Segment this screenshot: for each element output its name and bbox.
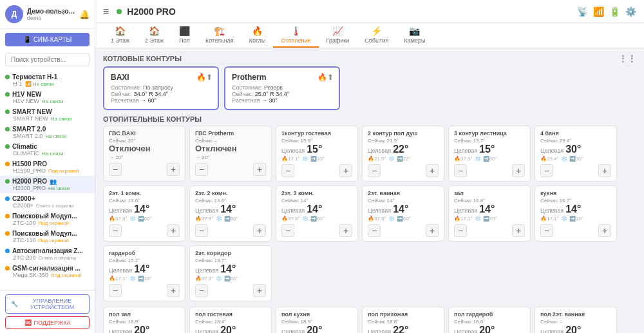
zone-plus-button[interactable]: +: [512, 164, 525, 177]
boiler-row: BAXI 🔥⬆ Состояние: По запросу Сейчас: 34…: [103, 66, 636, 110]
zone-pol-gostevaya: пол гостевая Сейчас 18.4° Целевая 20° 💧1…: [189, 307, 272, 333]
tab-floor[interactable]: ⬛ Пол: [171, 23, 198, 48]
sidebar-item-ztc100[interactable]: Поисковый Модул... ZTC-100 Под охраной: [0, 211, 95, 228]
zone-2et-3komnata: 2эт. 3 комн. Сейчас 14° Целевая 14° 🔥37.…: [276, 186, 358, 242]
user-info: Демо-пользовате... demo: [27, 8, 75, 21]
floor2-icon: 🏠: [149, 26, 160, 36]
zone-plus-button[interactable]: +: [339, 164, 352, 177]
heating-icon: 🌡️: [290, 26, 301, 36]
zone-plus-button[interactable]: +: [512, 224, 525, 237]
zone-plus-button[interactable]: +: [598, 164, 611, 177]
zone-2et-1komnata: 2эт. 1 комн. Сейчас 13.6° Целевая 14° 🔥3…: [103, 186, 185, 242]
user-role: demo: [27, 15, 75, 21]
settings-icon[interactable]: ⚙️: [625, 6, 636, 17]
heating-section-title: ОТОПИТЕЛЬНЫЕ КОНТУРЫ: [103, 115, 636, 123]
sidebar-item-ztc200[interactable]: Автосигнализация Z... ZTC-200 Снято с ох…: [0, 245, 95, 263]
zone-minus-button[interactable]: −: [281, 164, 294, 177]
sidebar-item-termostat[interactable]: Термостат Н-1 Н-1📶 На связи: [0, 71, 95, 89]
zone-minus-button[interactable]: −: [281, 224, 294, 237]
zone-minus-button[interactable]: −: [195, 284, 208, 297]
zone-minus-button[interactable]: −: [454, 164, 467, 177]
sidebar-header: Д Демо-пользовате... demo 🔔: [0, 0, 95, 29]
manage-device-button[interactable]: 🔧 УПРАВЛЕНИЕ УСТРОЙСТВОМ: [5, 294, 90, 314]
boiler-settings-icon[interactable]: ⋮⋮: [618, 53, 636, 64]
status-dot: [5, 75, 10, 79]
menu-icon[interactable]: ≡: [103, 6, 109, 17]
zone-plus-button[interactable]: +: [426, 164, 439, 177]
sidebar-item-smart-new[interactable]: SMART NEW SMART NEW На связи: [0, 106, 95, 124]
zone-plus-button[interactable]: +: [426, 224, 439, 237]
content-area: КОТЛОВЫЕ КОНТУРЫ ⋮⋮ BAXI 🔥⬆ Состояние: П…: [95, 48, 644, 333]
zone-minus-button[interactable]: −: [454, 224, 467, 237]
boiler-card-baxi: BAXI 🔥⬆ Состояние: По запросу Сейчас: 34…: [103, 66, 219, 110]
floor-section: пол зал Сейчас 18.9° Целевая 20° 💧16.9°➡…: [103, 307, 636, 333]
tab-floor2[interactable]: 🏠 2 Этаж: [137, 23, 171, 48]
sidebar-item-h1500[interactable]: H1500 PRO H1500_PRO Под охраной: [0, 158, 95, 176]
zone-minus-button[interactable]: −: [195, 163, 208, 176]
zone-1kontur: 1контур гостевая Сейчас 15.9° Целевая 15…: [276, 126, 358, 182]
zone-plus-button[interactable]: +: [167, 224, 180, 237]
zone-minus-button[interactable]: −: [368, 224, 381, 237]
zone-plus-button[interactable]: +: [339, 224, 352, 237]
sidebar-item-h2000[interactable]: H2000 PRO👥 H2000_PRO На связи: [0, 176, 95, 193]
tab-cameras[interactable]: 📷 Камеры: [396, 23, 433, 48]
search-input[interactable]: [5, 53, 90, 66]
zone-pol-zal: пол зал Сейчас 18.9° Целевая 20° 💧16.9°➡…: [103, 307, 185, 333]
boiler-card-protherm: Protherm 🔥⬆ Состояние: Резерв Сейчас: 25…: [224, 66, 340, 110]
zone-plus-button[interactable]: +: [167, 163, 180, 176]
boiler-fire-icon: 🔥⬆: [196, 73, 213, 82]
events-icon: ⚡: [371, 26, 382, 36]
topbar-title: H2000 PRO: [127, 6, 175, 17]
zone-pol-kukhnya: пол кухня Сейчас 18.9° Целевая 20° 💧15.8…: [276, 307, 358, 333]
heating-zones-grid: ГВС BAXI Сейчас 32° Отключен → 20° − + Г…: [103, 126, 636, 301]
zone-pol-prikhojaya: пол прихожая Сейчас 18.8° Целевая 22° 💧1…: [362, 307, 444, 333]
zone-plus-button[interactable]: +: [253, 163, 266, 176]
zone-2et-vannaya: 2эт. ванная Сейчас 14° Целевая 14° 🔥37.9…: [362, 186, 444, 242]
wifi-icon: 📶: [593, 6, 604, 17]
boiler-section: КОТЛОВЫЕ КОНТУРЫ ⋮⋮ BAXI 🔥⬆ Состояние: П…: [103, 53, 636, 110]
zone-kukhnya: кухня Сейчас 16.7° Целевая 14° 🔥17.1°❄️➡…: [535, 186, 617, 242]
tab-boilerroom[interactable]: 🏗️ Котельная: [198, 23, 242, 48]
zone-2et-2komnata: 2эт. 2 комн. Сейчас 13.6° Целевая 14° 🔥3…: [189, 186, 272, 242]
avatar: Д: [5, 5, 23, 23]
sim-cards-button[interactable]: 📱 СИМ-КАРТЫ: [5, 33, 90, 46]
topbar-icons: 📡 📶 🔋 ⚙️: [577, 6, 636, 17]
sidebar-item-mega[interactable]: GSM-сигнализация ... Mega SK-350 Под охр…: [0, 263, 95, 280]
sidebar: Д Демо-пользовате... demo 🔔 📱 СИМ-КАРТЫ …: [0, 0, 95, 333]
heating-section: ОТОПИТЕЛЬНЫЕ КОНТУРЫ ГВС BAXI Сейчас 32°…: [103, 115, 636, 301]
tab-events[interactable]: ⚡ События: [357, 23, 396, 48]
sidebar-item-climatic[interactable]: Climatic CLIMATIC На связи: [0, 141, 95, 158]
cameras-icon: 📷: [409, 26, 420, 36]
bell-icon[interactable]: 🔔: [79, 10, 90, 19]
zone-minus-button[interactable]: −: [109, 224, 122, 237]
zone-minus-button[interactable]: −: [109, 284, 122, 297]
charts-icon: 📈: [332, 26, 343, 36]
sidebar-item-h1v[interactable]: H1V NEW H1V NEW На связи: [0, 89, 95, 106]
sidebar-item-smart2[interactable]: SMART 2.0 SMART 2.0 На связи: [0, 124, 95, 141]
zone-minus-button[interactable]: −: [368, 164, 381, 177]
zone-zal: зал Сейчас 16.8° Целевая 14° 🔥17.1°❄️➡️1…: [448, 186, 531, 242]
manage-icon: 🔧: [11, 301, 18, 307]
sidebar-item-c2000[interactable]: C2000+ C2000+ Снято с охраны: [0, 193, 95, 211]
tabs: 🏠 1 Этаж 🏠 2 Этаж ⬛ Пол 🏗️ Котельная 🔥 К…: [95, 23, 644, 48]
zone-3kontur: 3 контур лестница Сейчас 13.7° Целевая 1…: [448, 126, 531, 182]
zone-plus-button[interactable]: +: [253, 284, 266, 297]
main-panel: ≡ H2000 PRO 📡 📶 🔋 ⚙️ 🏠 1 Этаж 🏠 2 Этаж ⬛…: [95, 0, 644, 333]
boilerroom-icon: 🏗️: [214, 26, 225, 36]
zone-minus-button[interactable]: −: [540, 164, 553, 177]
zone-minus-button[interactable]: −: [195, 224, 208, 237]
zone-minus-button[interactable]: −: [109, 163, 122, 176]
zone-plus-button[interactable]: +: [598, 224, 611, 237]
support-button[interactable]: 🆘 ПОДДЕРЖКА: [5, 316, 90, 329]
zone-gvs-protherm: ГВС Protherm Сейчас – Отключен → 20° − +: [189, 126, 272, 182]
zone-gvs-baxi: ГВС BAXI Сейчас 32° Отключен → 20° − +: [103, 126, 185, 182]
boiler-section-title: КОТЛОВЫЕ КОНТУРЫ ⋮⋮: [103, 53, 636, 64]
zone-plus-button[interactable]: +: [253, 224, 266, 237]
sidebar-item-ztc110[interactable]: Поисковый Модул... ZTC-110 Под охраной: [0, 228, 95, 245]
zone-plus-button[interactable]: +: [167, 284, 180, 297]
tab-boilers[interactable]: 🔥 Котлы: [242, 23, 274, 48]
tab-floor1[interactable]: 🏠 1 Этаж: [103, 23, 137, 48]
tab-heating[interactable]: 🌡️ Отопление: [273, 23, 318, 48]
tab-charts[interactable]: 📈 Графики: [319, 23, 357, 48]
zone-minus-button[interactable]: −: [540, 224, 553, 237]
